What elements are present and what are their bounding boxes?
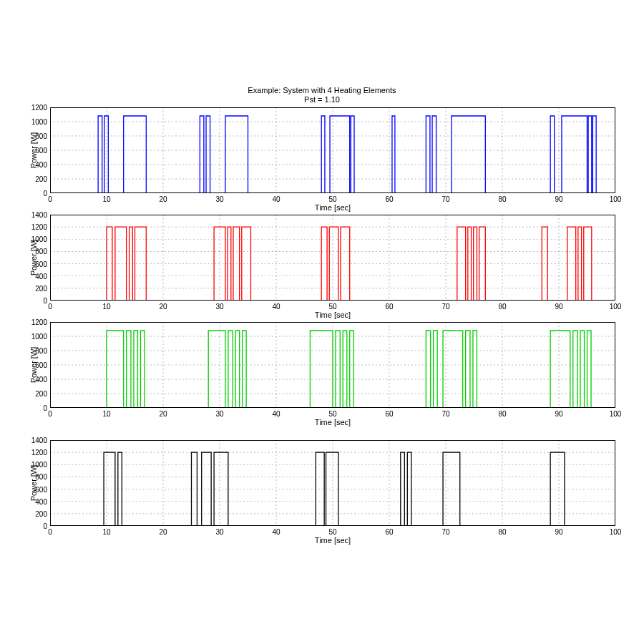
subplot-4: Power [W]Time [sec]020040060080010001200… xyxy=(50,440,615,526)
y-tick-label: 400 xyxy=(35,161,47,169)
x-tick-label: 90 xyxy=(555,303,562,311)
y-tick-label: 1200 xyxy=(31,223,47,231)
y-tick-label: 1000 xyxy=(31,118,47,126)
axes-frame xyxy=(50,107,615,193)
figure-subtitle: Pst = 1.10 xyxy=(0,95,644,104)
y-axis-label: Power [W] xyxy=(29,465,38,502)
y-tick-label: 600 xyxy=(35,260,47,268)
x-tick-label: 80 xyxy=(498,528,506,536)
x-tick-label: 60 xyxy=(385,410,393,418)
subplot-3: Power [W]Time [sec]020040060080010001200… xyxy=(50,322,615,408)
x-tick-label: 50 xyxy=(328,195,336,203)
x-tick-label: 40 xyxy=(272,303,280,311)
x-tick-label: 30 xyxy=(215,528,223,536)
y-tick-label: 800 xyxy=(35,473,47,481)
x-tick-label: 0 xyxy=(48,528,52,536)
y-tick-label: 1000 xyxy=(31,461,47,469)
x-axis-label: Time [sec] xyxy=(50,203,615,212)
figure-title: Example: System with 4 Heating Elements xyxy=(0,86,644,94)
y-tick-label: 400 xyxy=(35,376,47,384)
x-tick-label: 80 xyxy=(498,303,506,311)
x-tick-label: 100 xyxy=(610,410,622,418)
x-tick-label: 40 xyxy=(272,195,280,203)
x-tick-label: 80 xyxy=(498,195,506,203)
x-tick-label: 20 xyxy=(159,410,167,418)
x-tick-label: 70 xyxy=(441,410,449,418)
x-tick-label: 20 xyxy=(159,195,167,203)
x-tick-label: 70 xyxy=(441,195,449,203)
y-tick-label: 1400 xyxy=(31,436,47,444)
y-tick-label: 200 xyxy=(35,509,47,517)
x-tick-label: 50 xyxy=(328,410,336,418)
y-tick-label: 800 xyxy=(35,132,47,140)
x-tick-label: 50 xyxy=(328,303,336,311)
y-tick-label: 400 xyxy=(35,497,47,505)
axes-frame xyxy=(50,440,615,526)
x-tick-label: 100 xyxy=(610,528,622,536)
x-tick-label: 30 xyxy=(215,303,223,311)
x-tick-label: 90 xyxy=(555,528,562,536)
x-tick-label: 20 xyxy=(159,303,167,311)
x-tick-label: 90 xyxy=(555,195,562,203)
x-tick-label: 0 xyxy=(48,410,52,418)
x-tick-label: 0 xyxy=(48,303,52,311)
x-tick-label: 20 xyxy=(159,528,167,536)
x-tick-label: 60 xyxy=(385,303,393,311)
subplot-1: Power [W]Time [sec]020040060080010001200… xyxy=(50,107,615,193)
x-tick-label: 10 xyxy=(102,528,110,536)
y-tick-label: 1200 xyxy=(31,318,47,326)
y-tick-label: 800 xyxy=(35,248,47,255)
x-tick-label: 60 xyxy=(385,195,393,203)
x-tick-label: 30 xyxy=(215,410,223,418)
y-tick-label: 1200 xyxy=(31,449,47,457)
axes-frame xyxy=(50,215,615,301)
y-tick-label: 1000 xyxy=(31,235,47,243)
x-tick-label: 30 xyxy=(215,195,223,203)
x-tick-label: 40 xyxy=(272,528,280,536)
x-axis-label: Time [sec] xyxy=(50,536,615,545)
x-tick-label: 10 xyxy=(102,303,110,311)
y-tick-label: 200 xyxy=(35,175,47,183)
x-tick-label: 10 xyxy=(102,410,110,418)
y-tick-label: 0 xyxy=(43,404,47,412)
x-tick-label: 10 xyxy=(102,195,110,203)
x-tick-label: 0 xyxy=(48,195,52,203)
y-tick-label: 800 xyxy=(35,347,47,355)
x-axis-label: Time [sec] xyxy=(50,311,615,319)
axes-frame xyxy=(50,322,615,408)
y-tick-label: 600 xyxy=(35,485,47,493)
y-tick-label: 600 xyxy=(35,147,47,155)
x-tick-label: 100 xyxy=(610,195,622,203)
x-tick-label: 50 xyxy=(328,528,336,536)
y-axis-label: Power [W] xyxy=(29,240,38,276)
y-tick-label: 200 xyxy=(35,390,47,398)
y-tick-label: 1000 xyxy=(31,333,47,341)
y-tick-label: 600 xyxy=(35,361,47,369)
x-tick-label: 80 xyxy=(498,410,506,418)
y-tick-label: 0 xyxy=(43,190,47,197)
x-tick-label: 100 xyxy=(610,303,622,311)
y-tick-label: 0 xyxy=(43,297,47,305)
y-tick-label: 1200 xyxy=(31,104,47,112)
y-tick-label: 200 xyxy=(35,284,47,292)
y-tick-label: 0 xyxy=(43,522,47,530)
x-tick-label: 40 xyxy=(272,410,280,418)
x-tick-label: 70 xyxy=(441,303,449,311)
figure: { "title": "Example: System with 4 Heati… xyxy=(0,0,644,644)
y-tick-label: 1400 xyxy=(31,211,47,219)
subplot-2: Power [W]Time [sec]020040060080010001200… xyxy=(50,215,615,301)
x-tick-label: 90 xyxy=(555,410,562,418)
y-tick-label: 400 xyxy=(35,272,47,280)
x-axis-label: Time [sec] xyxy=(50,418,615,426)
x-tick-label: 70 xyxy=(441,528,449,536)
x-tick-label: 60 xyxy=(385,528,393,536)
